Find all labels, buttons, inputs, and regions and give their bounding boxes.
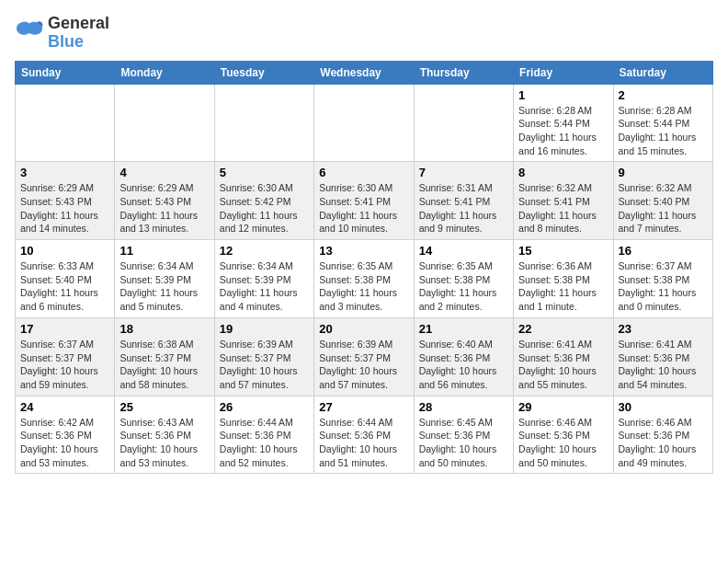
calendar-cell (115, 84, 214, 162)
day-number: 23 (619, 322, 708, 336)
calendar-cell: 17Sunrise: 6:37 AM Sunset: 5:37 PM Dayli… (16, 317, 115, 396)
calendar-cell: 20Sunrise: 6:39 AM Sunset: 5:37 PM Dayli… (314, 317, 414, 396)
logo: General Blue (15, 15, 109, 52)
day-info: Sunrise: 6:46 AM Sunset: 5:36 PM Dayligh… (518, 416, 608, 470)
day-number: 16 (619, 244, 708, 258)
day-info: Sunrise: 6:39 AM Sunset: 5:37 PM Dayligh… (220, 338, 309, 392)
day-number: 9 (619, 166, 708, 179)
day-info: Sunrise: 6:28 AM Sunset: 5:44 PM Dayligh… (619, 104, 708, 158)
day-info: Sunrise: 6:28 AM Sunset: 5:44 PM Dayligh… (518, 104, 608, 158)
calendar-cell: 3Sunrise: 6:29 AM Sunset: 5:43 PM Daylig… (16, 162, 115, 240)
calendar-cell: 25Sunrise: 6:43 AM Sunset: 5:36 PM Dayli… (115, 396, 214, 474)
day-info: Sunrise: 6:36 AM Sunset: 5:38 PM Dayligh… (518, 259, 608, 314)
calendar-cell: 10Sunrise: 6:33 AM Sunset: 5:40 PM Dayli… (16, 240, 115, 318)
day-number: 4 (119, 166, 209, 179)
day-number: 7 (419, 166, 508, 179)
calendar-cell: 6Sunrise: 6:30 AM Sunset: 5:41 PM Daylig… (314, 162, 414, 240)
page-header: General Blue (15, 15, 713, 52)
calendar-cell: 27Sunrise: 6:44 AM Sunset: 5:36 PM Dayli… (314, 396, 414, 474)
day-number: 26 (220, 400, 309, 414)
day-number: 21 (419, 322, 508, 336)
logo-icon (15, 20, 44, 46)
weekday-header: Thursday (414, 61, 513, 84)
day-number: 15 (518, 244, 608, 258)
calendar-cell: 13Sunrise: 6:35 AM Sunset: 5:38 PM Dayli… (314, 240, 414, 318)
day-info: Sunrise: 6:37 AM Sunset: 5:37 PM Dayligh… (20, 338, 109, 392)
calendar-cell: 28Sunrise: 6:45 AM Sunset: 5:36 PM Dayli… (414, 396, 513, 474)
day-number: 29 (518, 400, 608, 414)
day-info: Sunrise: 6:42 AM Sunset: 5:36 PM Dayligh… (20, 416, 109, 470)
calendar-body: 1Sunrise: 6:28 AM Sunset: 5:44 PM Daylig… (16, 84, 713, 474)
day-number: 18 (119, 322, 209, 336)
day-number: 5 (220, 166, 309, 179)
day-info: Sunrise: 6:41 AM Sunset: 5:36 PM Dayligh… (619, 338, 708, 392)
day-number: 30 (619, 400, 708, 414)
day-info: Sunrise: 6:33 AM Sunset: 5:40 PM Dayligh… (20, 259, 109, 314)
calendar-cell: 16Sunrise: 6:37 AM Sunset: 5:38 PM Dayli… (613, 240, 712, 318)
day-number: 24 (20, 400, 109, 414)
calendar-week-row: 10Sunrise: 6:33 AM Sunset: 5:40 PM Dayli… (16, 240, 713, 318)
day-info: Sunrise: 6:32 AM Sunset: 5:40 PM Dayligh… (619, 181, 708, 236)
weekday-header: Saturday (613, 61, 712, 84)
calendar-cell (314, 84, 414, 162)
day-number: 22 (518, 322, 608, 336)
day-number: 12 (220, 244, 309, 258)
calendar-cell: 21Sunrise: 6:40 AM Sunset: 5:36 PM Dayli… (414, 317, 513, 396)
logo-text: General Blue (48, 15, 109, 52)
calendar-cell: 26Sunrise: 6:44 AM Sunset: 5:36 PM Dayli… (214, 396, 313, 474)
day-number: 3 (20, 166, 109, 179)
weekday-header: Sunday (16, 61, 115, 84)
day-info: Sunrise: 6:31 AM Sunset: 5:41 PM Dayligh… (419, 181, 508, 236)
calendar-header: SundayMondayTuesdayWednesdayThursdayFrid… (16, 61, 713, 84)
day-info: Sunrise: 6:38 AM Sunset: 5:37 PM Dayligh… (119, 338, 209, 392)
calendar-cell (414, 84, 513, 162)
calendar-cell: 30Sunrise: 6:46 AM Sunset: 5:36 PM Dayli… (613, 396, 712, 474)
calendar-cell: 11Sunrise: 6:34 AM Sunset: 5:39 PM Dayli… (115, 240, 214, 318)
day-info: Sunrise: 6:39 AM Sunset: 5:37 PM Dayligh… (319, 338, 408, 392)
day-info: Sunrise: 6:34 AM Sunset: 5:39 PM Dayligh… (119, 259, 209, 314)
day-info: Sunrise: 6:44 AM Sunset: 5:36 PM Dayligh… (319, 416, 408, 470)
calendar-cell: 14Sunrise: 6:35 AM Sunset: 5:38 PM Dayli… (414, 240, 513, 318)
calendar-week-row: 1Sunrise: 6:28 AM Sunset: 5:44 PM Daylig… (16, 84, 713, 162)
day-number: 8 (518, 166, 608, 179)
calendar-cell (214, 84, 313, 162)
calendar-cell: 4Sunrise: 6:29 AM Sunset: 5:43 PM Daylig… (115, 162, 214, 240)
day-number: 2 (619, 88, 708, 102)
day-number: 25 (119, 400, 209, 414)
day-number: 20 (319, 322, 408, 336)
weekday-header: Monday (115, 61, 214, 84)
day-number: 1 (518, 88, 608, 102)
calendar-cell (16, 84, 115, 162)
calendar-week-row: 17Sunrise: 6:37 AM Sunset: 5:37 PM Dayli… (16, 317, 713, 396)
day-info: Sunrise: 6:37 AM Sunset: 5:38 PM Dayligh… (619, 259, 708, 314)
calendar-week-row: 3Sunrise: 6:29 AM Sunset: 5:43 PM Daylig… (16, 162, 713, 240)
day-number: 6 (319, 166, 408, 179)
calendar-cell: 15Sunrise: 6:36 AM Sunset: 5:38 PM Dayli… (514, 240, 613, 318)
day-number: 19 (220, 322, 309, 336)
calendar-cell: 24Sunrise: 6:42 AM Sunset: 5:36 PM Dayli… (16, 396, 115, 474)
day-info: Sunrise: 6:46 AM Sunset: 5:36 PM Dayligh… (619, 416, 708, 470)
day-info: Sunrise: 6:29 AM Sunset: 5:43 PM Dayligh… (119, 181, 209, 236)
calendar-cell: 2Sunrise: 6:28 AM Sunset: 5:44 PM Daylig… (613, 84, 712, 162)
day-info: Sunrise: 6:30 AM Sunset: 5:42 PM Dayligh… (220, 181, 309, 236)
day-number: 17 (20, 322, 109, 336)
calendar-cell: 7Sunrise: 6:31 AM Sunset: 5:41 PM Daylig… (414, 162, 513, 240)
calendar-cell: 23Sunrise: 6:41 AM Sunset: 5:36 PM Dayli… (613, 317, 712, 396)
day-info: Sunrise: 6:40 AM Sunset: 5:36 PM Dayligh… (419, 338, 508, 392)
weekday-header: Wednesday (314, 61, 414, 84)
day-info: Sunrise: 6:35 AM Sunset: 5:38 PM Dayligh… (319, 259, 408, 314)
weekday-header: Tuesday (214, 61, 313, 84)
calendar-cell: 5Sunrise: 6:30 AM Sunset: 5:42 PM Daylig… (214, 162, 313, 240)
calendar-cell: 29Sunrise: 6:46 AM Sunset: 5:36 PM Dayli… (514, 396, 613, 474)
calendar-cell: 19Sunrise: 6:39 AM Sunset: 5:37 PM Dayli… (214, 317, 313, 396)
day-info: Sunrise: 6:44 AM Sunset: 5:36 PM Dayligh… (220, 416, 309, 470)
calendar-cell: 22Sunrise: 6:41 AM Sunset: 5:36 PM Dayli… (514, 317, 613, 396)
day-number: 11 (119, 244, 209, 258)
day-info: Sunrise: 6:29 AM Sunset: 5:43 PM Dayligh… (20, 181, 109, 236)
day-number: 27 (319, 400, 408, 414)
day-info: Sunrise: 6:45 AM Sunset: 5:36 PM Dayligh… (419, 416, 508, 470)
calendar-cell: 12Sunrise: 6:34 AM Sunset: 5:39 PM Dayli… (214, 240, 313, 318)
calendar-cell: 18Sunrise: 6:38 AM Sunset: 5:37 PM Dayli… (115, 317, 214, 396)
calendar-cell: 1Sunrise: 6:28 AM Sunset: 5:44 PM Daylig… (514, 84, 613, 162)
weekday-row: SundayMondayTuesdayWednesdayThursdayFrid… (16, 61, 713, 84)
